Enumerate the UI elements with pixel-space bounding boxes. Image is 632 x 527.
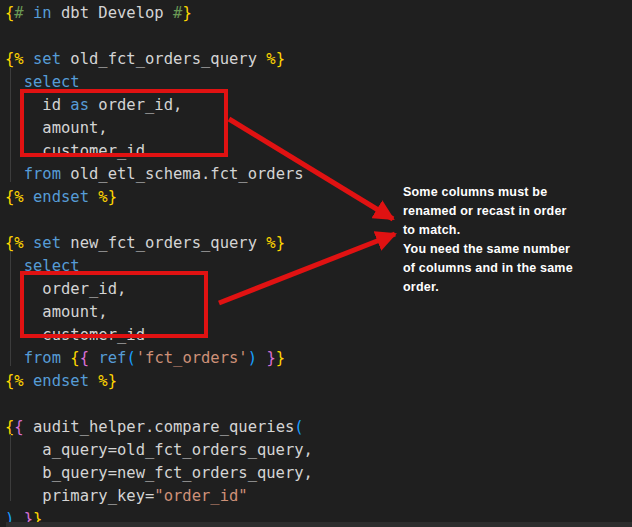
code-area[interactable]: {# in dbt Develop #}{% set old_fct_order… (5, 2, 313, 527)
note-line: order. (403, 278, 628, 297)
code-token: endset (33, 188, 89, 206)
code-token: ( (294, 418, 303, 436)
code-token: } (182, 4, 191, 22)
code-token: { (14, 418, 23, 436)
indent-guide (10, 68, 11, 182)
code-token: old_etl_schema.fct_orders (61, 165, 304, 183)
code-token: %} (266, 50, 285, 68)
code-line (5, 393, 313, 416)
code-line (5, 209, 313, 232)
code-token: from (24, 165, 61, 183)
code-line (5, 25, 313, 48)
code-line: from old_etl_schema.fct_orders (5, 163, 313, 186)
highlight-box-new-columns (20, 271, 208, 338)
code-token: 'fct_orders' (136, 349, 248, 367)
code-token (89, 349, 98, 367)
code-line: {% set old_fct_orders_query %} (5, 48, 313, 71)
code-token (89, 372, 98, 390)
code-token: %} (266, 234, 285, 252)
highlight-box-old-columns (20, 89, 228, 157)
code-token: endset (33, 372, 89, 390)
code-token: { (5, 4, 14, 22)
horizontal-scrollbar[interactable] (6, 522, 632, 527)
code-token (5, 349, 24, 367)
code-token: {% (5, 188, 24, 206)
code-token: set (33, 234, 61, 252)
code-token: { (80, 349, 89, 367)
note-line: You need the same number (403, 240, 628, 259)
note-line: Some columns must be (403, 183, 628, 202)
code-token: {% (5, 372, 24, 390)
code-token: } (266, 349, 275, 367)
code-line: b_query=new_fct_orders_query, (5, 462, 313, 485)
code-token (89, 188, 98, 206)
code-token: set (33, 50, 61, 68)
code-token (24, 188, 33, 206)
note-line: to match. (403, 221, 628, 240)
code-line: {% endset %} (5, 370, 313, 393)
code-token: from (24, 349, 61, 367)
note-line: renamed or recast in order (403, 202, 628, 221)
code-token (5, 165, 24, 183)
code-token: a_query=old_fct_orders_query, (5, 441, 313, 459)
code-line: a_query=old_fct_orders_query, (5, 439, 313, 462)
code-token: "order_id" (154, 487, 247, 505)
note-line: of columns and in the same (403, 259, 628, 278)
code-token (257, 349, 266, 367)
code-token (24, 50, 33, 68)
code-token: {% (5, 234, 24, 252)
code-line: {{ audit_helper.compare_queries( (5, 416, 313, 439)
code-line: {% set new_fct_orders_query %} (5, 232, 313, 255)
code-token: ( (126, 349, 135, 367)
code-token: %} (98, 188, 117, 206)
code-token (24, 4, 33, 22)
code-line: {# in dbt Develop #} (5, 2, 313, 25)
code-token: in (33, 4, 52, 22)
code-token: { (70, 349, 79, 367)
code-token: ) (248, 349, 257, 367)
code-token: b_query=new_fct_orders_query, (5, 464, 313, 482)
code-token: ref (98, 349, 126, 367)
code-line: {% endset %} (5, 186, 313, 209)
code-token: dbt Develop (52, 4, 173, 22)
code-token (24, 372, 33, 390)
code-line: from {{ ref('fct_orders') }} (5, 347, 313, 370)
indent-guide (10, 434, 11, 501)
code-token: new_fct_orders_query (61, 234, 266, 252)
annotation-note: Some columns must berenamed or recast in… (403, 183, 628, 297)
code-token: # (173, 4, 182, 22)
code-token: {% (5, 50, 24, 68)
code-line: primary_key="order_id" (5, 485, 313, 508)
code-token: old_fct_orders_query (61, 50, 266, 68)
code-token (24, 234, 33, 252)
indent-guide (10, 251, 11, 366)
code-token (61, 349, 70, 367)
code-token: audit_helper.compare_queries (24, 418, 295, 436)
code-token: # (14, 4, 23, 22)
code-token: } (276, 349, 285, 367)
code-token: %} (98, 372, 117, 390)
code-token: primary_key= (5, 487, 154, 505)
